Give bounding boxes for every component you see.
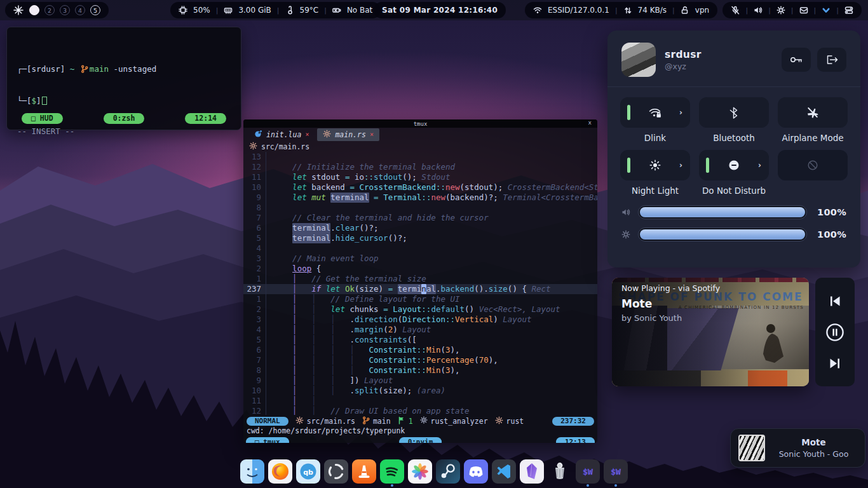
code-line[interactable]: 5 terminal.hide_cursor()?; [243, 233, 597, 243]
chevron-right-icon[interactable]: › [679, 108, 682, 117]
tmux-window-pill[interactable]: 0:nvim [399, 437, 442, 444]
dock-app-steam[interactable] [435, 459, 461, 487]
code-line[interactable]: 5 │ │ │ .constraints([ [243, 335, 597, 345]
terminal-cursor [42, 97, 47, 105]
starburst-logo-icon[interactable] [13, 5, 24, 15]
code-line[interactable]: 8 [243, 203, 597, 213]
breadcrumb: src/main.rs [243, 141, 597, 152]
toggle-do-not-disturb[interactable]: › [699, 150, 769, 180]
code-line[interactable]: 2 loop { [243, 264, 597, 274]
volume-slider[interactable] [638, 205, 807, 219]
zsh-window-pill[interactable]: 0:zsh [104, 113, 145, 124]
tab-init.lua[interactable]: init.lua× [248, 128, 315, 141]
statusline-file: src/main.rs [307, 417, 355, 426]
workspace-4[interactable]: 4 [75, 5, 85, 15]
previous-track-button[interactable] [827, 294, 843, 309]
dock-app-spotify[interactable] [379, 459, 405, 487]
running-indicator [614, 484, 617, 487]
now-playing-card[interactable]: SHAPE OF PUNK TO COME A CHIMERICAL BOMBI… [612, 278, 809, 386]
workspace-2[interactable]: 2 [44, 5, 55, 15]
brightness-slider[interactable] [638, 227, 807, 241]
toggle-label: Dlink [644, 133, 666, 144]
toggle-dlink[interactable]: › [620, 97, 690, 128]
code-line-current[interactable]: 237 │ if let Ok(size) = terminal.backend… [243, 284, 597, 294]
dock-app-obs-studio[interactable] [323, 459, 349, 487]
code-editor-area[interactable]: 1312 // Initialize the terminal backend1… [243, 152, 597, 415]
code-line[interactable]: 9 let mut terminal = Terminal::new(backe… [243, 193, 597, 203]
workspace-5[interactable]: 5 [90, 5, 100, 15]
line-number: 9 [243, 376, 266, 386]
statusline-lsp: rust_analyzer [431, 417, 488, 426]
toggle-night-light[interactable]: › [620, 150, 690, 180]
toggles-icon[interactable] [844, 6, 853, 15]
code-line[interactable]: 8 │ │ │ │ Constraint::Min(3), [243, 365, 597, 376]
dock-app-firefox[interactable] [268, 459, 293, 487]
toggle-airplane-mode[interactable] [778, 97, 848, 128]
system-stats-pill: 50% | 3.00 GiB | 59°C | No Bat [170, 2, 381, 18]
logout-button[interactable] [817, 48, 846, 72]
editor-window[interactable]: tmux x init.lua×main.rs× src/main.rs 131… [243, 119, 597, 443]
code-line[interactable]: 7 │ │ │ │ Constraint::Percentage(70), [243, 355, 597, 365]
workspace-1[interactable] [29, 5, 39, 15]
dock-app-qbittorrent[interactable]: qb [295, 459, 321, 487]
code-line[interactable]: 11 │ │ [243, 396, 597, 406]
dock-app-trash[interactable] [547, 459, 573, 487]
running-indicator [391, 484, 393, 487]
dock-app-wallet-app[interactable]: $W [575, 459, 600, 487]
terminal-window[interactable]: ┌─[srdusr] ~ main -unstaged └─[$] -- INS… [6, 27, 241, 130]
line-number: 4 [243, 325, 266, 335]
mail-icon[interactable] [799, 6, 808, 15]
dock-app-file-manager[interactable] [240, 459, 265, 487]
statusline-flag-count: 1 [409, 417, 413, 426]
volume-icon[interactable] [754, 6, 763, 15]
toggle-empty[interactable] [778, 150, 848, 180]
code-line[interactable]: 6 terminal.clear()?; [243, 223, 597, 233]
dock-app-vscode[interactable] [491, 459, 517, 487]
chevron-right-icon[interactable]: › [679, 161, 682, 170]
cursor-position-pill: 237:32 [552, 417, 594, 426]
updates-chevron-icon[interactable] [822, 6, 831, 15]
code-line[interactable]: 9 │ │ │ ]) Layout [243, 376, 597, 386]
wifi-lock-icon [648, 106, 662, 119]
code-line[interactable]: 10 let backend = CrosstermBackend::new(s… [243, 182, 597, 193]
close-window-button[interactable]: x [588, 119, 592, 126]
dock-app-vlc[interactable] [351, 459, 377, 487]
mic-muted-icon[interactable] [731, 6, 740, 15]
media-notification[interactable]: Mote Sonic Youth - Goo [730, 428, 865, 468]
code-line[interactable]: 1 │ │ // Define layout for the UI [243, 294, 597, 304]
tab-close-icon[interactable]: × [305, 131, 309, 138]
workspace-3[interactable]: 3 [60, 5, 70, 15]
hud-session-pill[interactable]: □ HUD [22, 113, 63, 124]
code-line[interactable]: 10 │ │ │ .split(size); (area) [243, 386, 597, 396]
tab-close-icon[interactable]: × [370, 131, 374, 138]
tmux-session-pill[interactable]: □ tmux [246, 437, 289, 444]
code-line[interactable]: 12 // Initialize the terminal backend [243, 162, 597, 172]
code-line[interactable]: 13 [243, 152, 597, 162]
dock-app-photos[interactable] [407, 459, 433, 487]
dock-app-discord[interactable] [463, 459, 489, 487]
cpu-icon [179, 6, 187, 15]
code-line[interactable]: 3 // Main event loop [243, 254, 597, 264]
chevron-right-icon[interactable]: › [758, 161, 761, 170]
dock: qb$W$W [240, 459, 628, 487]
code-line[interactable]: 2 │ │ let chunks = Layout::default() Vec… [243, 304, 597, 315]
code-line[interactable]: 4 [243, 243, 597, 254]
dock-app-wallet-app-2[interactable]: $W [603, 459, 628, 487]
rust-lang-icon [495, 416, 503, 426]
tab-main.rs[interactable]: main.rs× [317, 128, 379, 141]
code-line[interactable]: 7 // Clear the terminal and hide the cur… [243, 213, 597, 223]
next-track-button[interactable] [827, 356, 843, 371]
code-line[interactable]: 12 │ │ // Draw UI based on app state [243, 406, 597, 415]
lock-keys-button[interactable] [782, 48, 811, 72]
settings-icon[interactable] [776, 6, 785, 15]
toggle-bluetooth[interactable] [699, 97, 769, 128]
code-line[interactable]: 1 │ // Get the terminal size [243, 274, 597, 284]
code-line[interactable]: 11 let stdout = io::stdout(); Stdout [243, 172, 597, 182]
code-line[interactable]: 4 │ │ │ .margin(2) Layout [243, 325, 597, 335]
code-line[interactable]: 3 │ │ │ .direction(Direction::Vertical) … [243, 315, 597, 325]
code-line[interactable]: 6 │ │ │ │ Constraint::Min(3), [243, 345, 597, 355]
blocked-icon [806, 159, 819, 172]
dock-app-obsidian[interactable] [519, 459, 545, 487]
pause-button[interactable] [825, 322, 845, 342]
terminal-output[interactable]: ┌─[srdusr] ~ main -unstaged └─[$] -- INS… [7, 27, 241, 157]
